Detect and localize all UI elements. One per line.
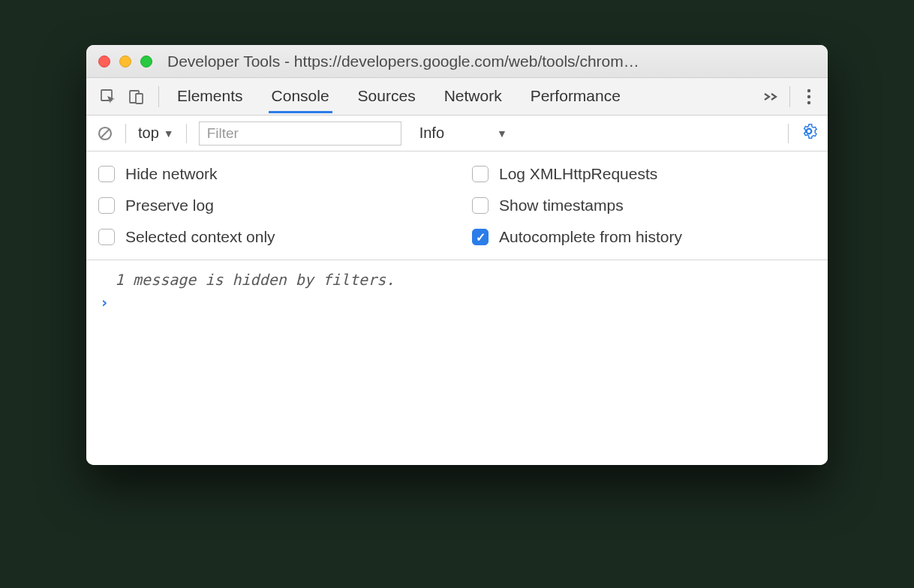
checkbox[interactable] [472, 166, 489, 182]
titlebar: Developer Tools - https://developers.goo… [86, 45, 828, 78]
toggle-device-icon[interactable] [127, 87, 146, 106]
separator [788, 124, 789, 143]
context-label: top [138, 124, 159, 142]
setting-autocomplete-history: Autocomplete from history [472, 228, 816, 246]
console-toolbar: top ▼ Info ▼ [86, 116, 828, 152]
context-selector[interactable]: top ▼ [138, 124, 174, 142]
inspect-element-icon[interactable] [98, 87, 118, 106]
svg-line-7 [101, 129, 110, 138]
svg-point-4 [807, 94, 810, 98]
console-prompt-icon[interactable]: › [98, 293, 816, 311]
setting-label: Selected context only [125, 228, 275, 246]
separator [158, 86, 159, 107]
setting-selected-context: Selected context only [98, 228, 442, 246]
separator [789, 86, 790, 107]
window-title: Developer Tools - https://developers.goo… [167, 52, 816, 70]
log-level-selector[interactable]: Info ▼ [419, 124, 507, 142]
devtools-window: Developer Tools - https://developers.goo… [86, 45, 828, 465]
dropdown-triangle-icon: ▼ [164, 128, 174, 140]
filter-input[interactable] [199, 122, 401, 146]
separator [186, 124, 187, 143]
svg-point-3 [807, 88, 810, 92]
close-window-button[interactable] [98, 56, 110, 68]
tab-sources[interactable]: Sources [355, 80, 419, 113]
console-output[interactable]: 1 message is hidden by filters. › [86, 260, 828, 465]
tab-console[interactable]: Console [269, 80, 332, 113]
checkbox[interactable] [98, 197, 115, 214]
checkbox[interactable] [472, 197, 489, 214]
setting-preserve-log: Preserve log [98, 196, 442, 214]
setting-label: Preserve log [125, 196, 214, 214]
svg-point-5 [807, 100, 810, 104]
checkbox[interactable] [98, 166, 115, 182]
window-controls [98, 56, 152, 68]
setting-label: Log XMLHttpRequests [499, 165, 657, 183]
checkbox[interactable] [472, 229, 489, 245]
tab-performance[interactable]: Performance [528, 80, 624, 113]
minimize-window-button[interactable] [119, 56, 131, 68]
setting-log-xhr: Log XMLHttpRequests [472, 165, 816, 183]
more-tabs-icon[interactable] [759, 92, 782, 102]
tab-network[interactable]: Network [441, 80, 505, 113]
dropdown-triangle-icon: ▼ [497, 128, 507, 140]
tab-elements[interactable]: Elements [174, 80, 246, 113]
svg-point-8 [807, 129, 811, 134]
main-tabbar: Elements Console Sources Network Perform… [86, 78, 828, 116]
log-level-label: Info [419, 124, 444, 142]
console-settings-panel: Hide network Log XMLHttpRequests Preserv… [86, 152, 828, 260]
svg-rect-2 [136, 94, 143, 104]
setting-show-timestamps: Show timestamps [472, 196, 816, 214]
setting-hide-network: Hide network [98, 165, 442, 183]
kebab-menu-icon[interactable] [798, 88, 820, 105]
separator [125, 124, 126, 143]
setting-label: Show timestamps [499, 196, 624, 214]
clear-console-icon[interactable] [97, 125, 113, 142]
console-settings-icon[interactable] [801, 123, 817, 144]
filtered-message-notice: 1 message is hidden by filters. [98, 268, 816, 293]
setting-label: Autocomplete from history [499, 228, 682, 246]
checkbox[interactable] [98, 229, 115, 245]
setting-label: Hide network [125, 165, 218, 183]
maximize-window-button[interactable] [140, 56, 152, 68]
panel-tabs: Elements Console Sources Network Perform… [174, 80, 624, 113]
